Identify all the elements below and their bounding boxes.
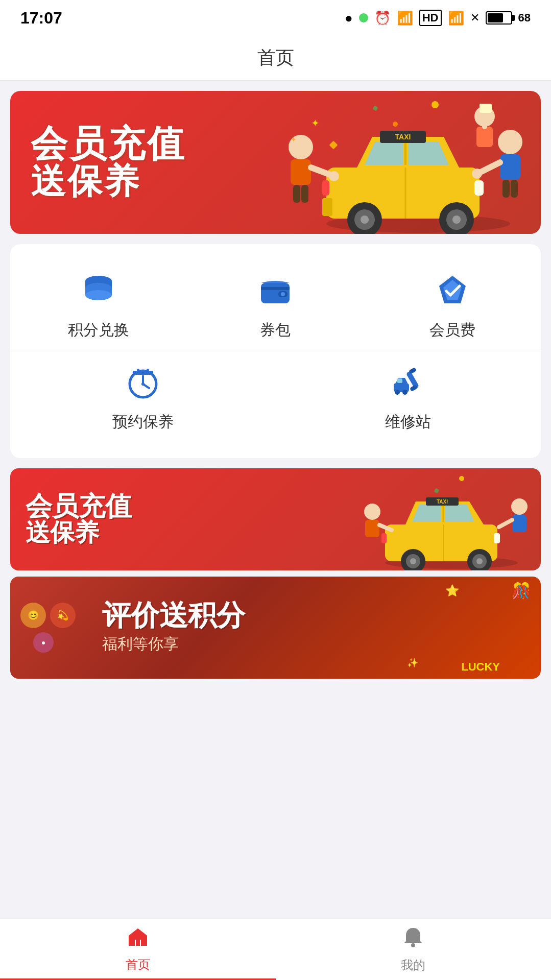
dot-icon xyxy=(359,13,368,22)
alarm-icon: ⏰ xyxy=(374,10,391,26)
bell-icon xyxy=(402,926,424,953)
appointment-icon xyxy=(123,362,163,402)
svg-rect-39 xyxy=(261,287,290,290)
promo-banner-1[interactable]: 会员充值 送保养 xyxy=(10,468,541,570)
menu-row-1: 积分兑换 券包 xyxy=(10,259,541,351)
svg-text:✦: ✦ xyxy=(291,135,297,144)
battery-text: 68 xyxy=(518,11,531,25)
promo2-deco: 😊 💫 ● xyxy=(20,603,76,653)
promo-section: 会员充值 送保养 xyxy=(10,468,541,679)
svg-rect-10 xyxy=(474,180,484,196)
signal-icon: 📶 xyxy=(448,10,464,26)
hero-line1: 会员充值 xyxy=(31,125,186,162)
promo2-text: 评价送积分 福利等你享 xyxy=(102,601,245,655)
hero-banner[interactable]: 会员充值 送保养 xyxy=(10,91,541,234)
svg-rect-20 xyxy=(301,185,308,203)
menu-item-membership[interactable]: 会员费 xyxy=(401,270,504,341)
svg-point-72 xyxy=(364,504,380,520)
svg-point-37 xyxy=(85,290,112,300)
membership-icon xyxy=(432,270,473,310)
coupon-icon xyxy=(255,270,296,310)
svg-rect-19 xyxy=(293,185,300,203)
svg-point-6 xyxy=(361,216,369,224)
svg-rect-30 xyxy=(480,104,492,113)
svg-point-9 xyxy=(452,216,461,224)
points-icon xyxy=(78,270,119,310)
promo1-text: 会员充值 送保养 xyxy=(26,493,132,546)
svg-rect-69 xyxy=(381,533,387,543)
svg-rect-73 xyxy=(365,520,379,537)
page-title: 首页 xyxy=(257,45,294,70)
nav-item-home[interactable]: 首页 xyxy=(0,919,276,980)
safe-area xyxy=(0,689,551,750)
status-bar: 17:07 ● ⏰ 📶 HD 📶 ✕ 68 xyxy=(0,0,551,36)
header: 首页 xyxy=(0,36,551,81)
app-icon: ● xyxy=(345,10,353,26)
promo2-deco-lucky: LUCKY xyxy=(461,659,500,674)
promo2-star1: ⭐ xyxy=(445,584,459,597)
repair-icon xyxy=(388,362,428,402)
svg-point-50 xyxy=(141,383,145,386)
svg-rect-68 xyxy=(494,533,500,543)
svg-point-53 xyxy=(395,390,400,395)
appointment-label: 预约保养 xyxy=(112,412,174,433)
menu-item-points[interactable]: 积分兑换 xyxy=(47,270,150,341)
points-label: 积分兑换 xyxy=(68,320,129,341)
promo2-sub: 福利等你享 xyxy=(102,634,245,655)
main-content: 会员充值 送保养 xyxy=(0,91,551,750)
promo1-car: TAXI xyxy=(357,476,531,570)
battery-indicator xyxy=(486,11,512,25)
status-time: 17:07 xyxy=(20,9,62,28)
svg-point-41 xyxy=(281,292,285,296)
status-icons: ● ⏰ 📶 HD 📶 ✕ 68 xyxy=(345,10,531,26)
svg-rect-52 xyxy=(397,378,402,383)
svg-rect-11 xyxy=(322,180,329,196)
svg-point-54 xyxy=(402,390,408,395)
svg-text:✦: ✦ xyxy=(311,117,320,129)
promo2-main: 评价送积分 xyxy=(102,601,245,630)
menu-row-2: 预约保养 xyxy=(10,351,541,443)
svg-line-23 xyxy=(480,162,500,173)
nav-item-mine[interactable]: 我的 xyxy=(276,919,552,980)
menu-item-repair[interactable]: 维修站 xyxy=(357,362,459,433)
promo1-line1: 会员充值 xyxy=(26,493,132,519)
svg-point-24 xyxy=(472,169,482,179)
promo2-deco-right: 🎊 xyxy=(512,582,531,600)
cross-icon: ✕ xyxy=(470,11,480,25)
svg-point-21 xyxy=(498,130,522,154)
svg-point-75 xyxy=(511,498,528,515)
home-icon xyxy=(127,925,149,952)
svg-rect-45 xyxy=(133,371,153,375)
svg-rect-46 xyxy=(137,369,139,374)
mine-label: 我的 xyxy=(401,957,425,973)
svg-rect-78 xyxy=(136,940,140,946)
svg-rect-22 xyxy=(500,154,520,180)
svg-line-77 xyxy=(499,520,512,527)
svg-text:TAXI: TAXI xyxy=(395,133,411,141)
svg-rect-76 xyxy=(512,515,526,532)
hero-banner-text: 会员充值 送保养 xyxy=(31,125,186,200)
home-label: 首页 xyxy=(126,957,150,973)
svg-point-64 xyxy=(410,558,416,564)
svg-rect-14 xyxy=(322,198,332,216)
menu-item-appointment[interactable]: 预约保养 xyxy=(92,362,194,433)
svg-point-67 xyxy=(476,558,483,564)
hero-line2: 送保养 xyxy=(31,162,186,200)
membership-label: 会员费 xyxy=(429,320,475,341)
svg-rect-47 xyxy=(147,369,149,374)
promo1-line2: 送保养 xyxy=(26,519,132,546)
svg-rect-25 xyxy=(502,180,510,198)
battery-fill xyxy=(488,13,504,22)
wifi-icon: 📶 xyxy=(397,10,413,26)
hero-illustration: TAXI xyxy=(285,101,531,234)
svg-rect-16 xyxy=(291,159,311,185)
bottom-nav: 首页 我的 xyxy=(0,919,551,980)
svg-point-18 xyxy=(329,171,339,181)
svg-point-79 xyxy=(411,943,415,947)
promo-banner-2[interactable]: 😊 💫 ● 评价送积分 福利等你享 🎊 LUCKY ⭐ ✨ xyxy=(10,577,541,679)
repair-label: 维修站 xyxy=(385,412,431,433)
hd-icon: HD xyxy=(419,10,442,26)
menu-item-coupon[interactable]: 券包 xyxy=(224,270,326,341)
svg-rect-26 xyxy=(511,180,518,198)
svg-rect-28 xyxy=(476,127,493,147)
